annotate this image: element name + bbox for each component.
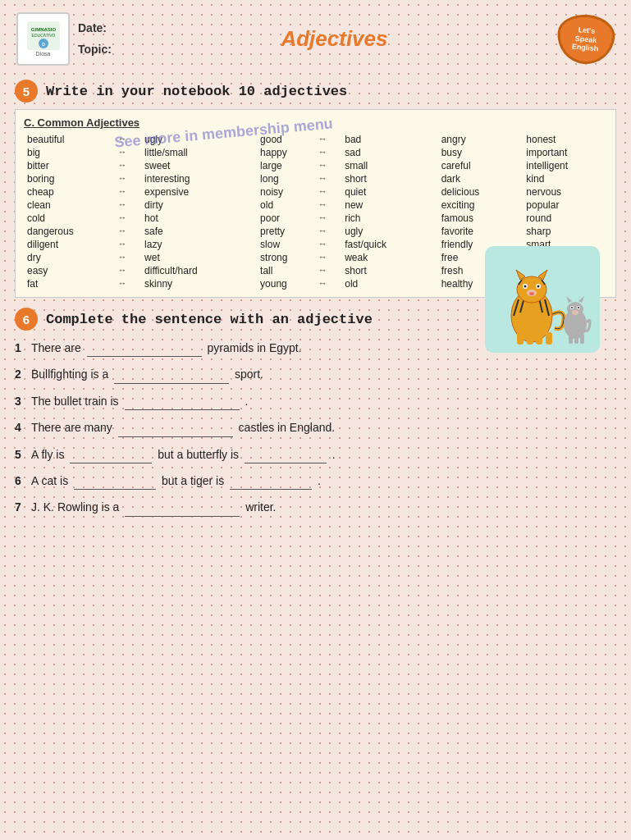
exercise-number: 2 — [15, 365, 26, 383]
exercise-number: 3 — [15, 392, 26, 410]
adj-col2-opposite: fast/quick — [341, 238, 437, 251]
adj-col2-word: old — [257, 199, 315, 212]
adj-col1-opposite: wet — [141, 251, 257, 264]
adj-col1-word: big — [24, 146, 115, 159]
adj-col1-word: fat — [24, 277, 115, 290]
adj-col3-word: dark — [438, 172, 524, 185]
adj-col1-word: diligent — [24, 238, 115, 251]
exercises-list: 1There are pyramids in Egypt.2Bullfighti… — [15, 339, 616, 517]
page: GIMNASIO EDUCATIVO D Diosa Date: Topic: … — [0, 0, 631, 840]
adj-col1-arrow: ↔ — [115, 159, 141, 172]
svg-point-20 — [529, 292, 534, 295]
answer-blank[interactable] — [70, 452, 152, 463]
adj-col1-opposite: difficult/hard — [141, 264, 257, 277]
adj-col1-opposite: little/small — [141, 146, 257, 159]
answer-blank[interactable] — [74, 478, 156, 490]
adj-col2-arrow: ↔ — [315, 238, 341, 251]
adj-col1-word: boring — [24, 172, 115, 185]
exercise-number: 7 — [15, 498, 26, 516]
svg-rect-26 — [546, 332, 552, 345]
exercise-number: 1 — [15, 339, 26, 357]
date-label: Date: — [78, 18, 112, 39]
adj-col2-opposite: new — [341, 199, 437, 212]
exercise-number: 5 — [15, 445, 26, 463]
adj-col1-arrow: ↔ — [115, 212, 141, 225]
section5-header: 5 Write in your notebook 10 adjectives — [8, 80, 623, 103]
exercise-item: 2Bullfighting is a sport. — [15, 365, 616, 383]
tiger-svg — [489, 250, 596, 349]
svg-rect-37 — [574, 334, 578, 344]
adj-col4-word: important — [523, 146, 607, 159]
adj-col2-opposite: sad — [341, 146, 437, 159]
adj-col2-arrow: ↔ — [315, 212, 341, 225]
adj-col2-opposite: weak — [341, 251, 437, 264]
exercise-number: 4 — [15, 418, 26, 436]
svg-rect-36 — [569, 334, 573, 344]
tiger-illustration — [485, 246, 600, 353]
adj-col2-arrow: ↔ — [315, 199, 341, 212]
badge-line3: English — [571, 42, 598, 53]
adj-col3-word: exciting — [438, 199, 524, 212]
adj-col1-arrow: ↔ — [115, 251, 141, 264]
adj-col1-opposite: lazy — [141, 238, 257, 251]
adj-col1-opposite: dirty — [141, 199, 257, 212]
svg-point-35 — [572, 310, 578, 315]
adj-col2-opposite: bad — [341, 133, 437, 146]
exercise-text: Bullfighting is a sport. — [31, 365, 616, 383]
topic-label: Topic: — [78, 39, 112, 60]
svg-marker-30 — [578, 296, 584, 303]
adj-col1-word: cheap — [24, 185, 115, 199]
exercise-text: J. K. Rowling is a writer. — [31, 498, 616, 516]
adj-col1-word: dry — [24, 251, 115, 264]
adj-col1-arrow: ↔ — [115, 264, 141, 277]
adj-col4-word: kind — [523, 172, 607, 185]
svg-text:GIMNASIO: GIMNASIO — [30, 27, 56, 32]
answer-blank-2[interactable] — [230, 478, 312, 490]
adj-col2-word: young — [257, 277, 315, 290]
adj-col1-arrow: ↔ — [115, 185, 141, 199]
adj-col2-word: long — [257, 172, 315, 185]
adj-col2-arrow: ↔ — [315, 172, 341, 185]
svg-text:D: D — [42, 42, 45, 47]
answer-blank[interactable] — [118, 426, 233, 437]
svg-marker-29 — [566, 296, 572, 303]
adj-col2-arrow: ↔ — [315, 264, 341, 277]
exercise-text: The bullet train is . — [31, 392, 616, 410]
answer-blank[interactable] — [125, 399, 240, 410]
adj-col3-word: delicious — [438, 185, 524, 199]
adjectives-section-title: C. Common Adjectives — [24, 116, 607, 129]
answer-blank-2[interactable] — [245, 452, 327, 463]
exercise-text: A cat is but a tiger is . — [31, 472, 616, 490]
svg-rect-24 — [527, 332, 533, 345]
answer-blank[interactable] — [87, 345, 202, 357]
adj-col2-word: large — [257, 159, 315, 172]
adj-col1-opposite: expensive — [141, 185, 257, 199]
adj-col1-word: dangerous — [24, 225, 115, 238]
adj-col1-arrow: ↔ — [115, 133, 141, 146]
adj-col1-word: cold — [24, 212, 115, 225]
svg-point-18 — [537, 285, 540, 287]
adj-col2-arrow: ↔ — [315, 251, 341, 264]
adj-col1-arrow: ↔ — [115, 277, 141, 290]
answer-blank[interactable] — [125, 505, 240, 517]
answer-blank[interactable] — [114, 372, 229, 384]
adj-col1-opposite: interesting — [141, 172, 257, 185]
adj-col1-opposite: ugly — [141, 133, 257, 146]
adj-col2-opposite: short — [341, 172, 437, 185]
adj-col4-word: intelligent — [523, 159, 607, 172]
adj-col1-opposite: safe — [141, 225, 257, 238]
section5-number: 5 — [15, 80, 38, 103]
exercise-item: 7J. K. Rowling is a writer. — [15, 498, 616, 516]
exercise-item: 6A cat is but a tiger is . — [15, 472, 616, 490]
adj-col1-arrow: ↔ — [115, 238, 141, 251]
svg-point-17 — [524, 285, 527, 287]
exercise-item: 3The bullet train is . — [15, 392, 616, 410]
adj-col2-arrow: ↔ — [315, 225, 341, 238]
adj-col1-arrow: ↔ — [115, 146, 141, 159]
exercise-number: 6 — [15, 472, 26, 490]
adj-col3-word: busy — [438, 146, 524, 159]
adj-col2-word: good — [257, 133, 315, 146]
adj-col2-arrow: ↔ — [315, 159, 341, 172]
adj-col2-word: pretty — [257, 225, 315, 238]
svg-text:EDUCATIVO: EDUCATIVO — [31, 33, 55, 38]
